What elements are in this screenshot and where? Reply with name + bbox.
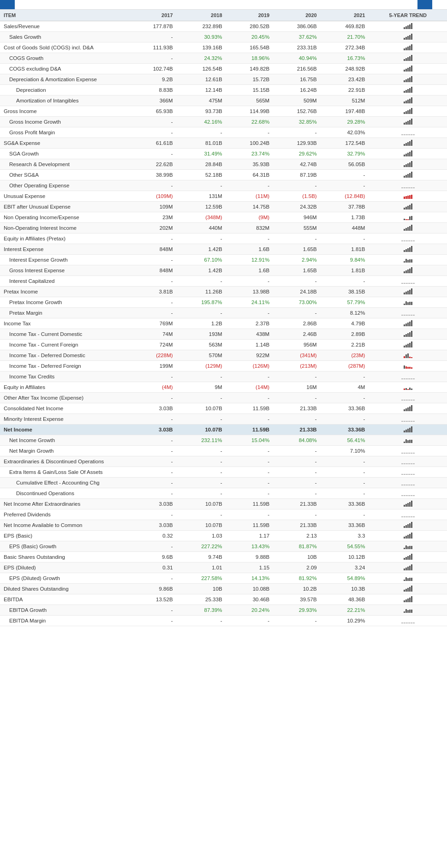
row-value: -	[321, 371, 369, 382]
row-value: 1.42B	[177, 265, 226, 276]
row-value: 232.11%	[177, 435, 226, 446]
row-value: 20.24%	[226, 605, 274, 616]
table-row: Extra Items & Gain/Loss Sale Of Assets--…	[0, 467, 447, 478]
row-value: 31.49%	[177, 149, 226, 159]
row-value: (23M)	[321, 350, 369, 361]
row-value: 23.42B	[321, 74, 369, 85]
row-value: -	[226, 233, 274, 244]
row-value: 956M	[273, 340, 321, 350]
tab-balance-sheet[interactable]	[15, 0, 30, 9]
table-row: Interest Expense848M1.42B1.6B1.65B1.81B	[0, 244, 447, 255]
table-row: Income Tax - Deferred Domestic(228M)570M…	[0, 350, 447, 361]
table-row: Other After Tax Income (Expense)-----	[0, 393, 447, 403]
row-value: 11.59B	[226, 403, 274, 414]
trend-chart	[404, 33, 412, 40]
table-row: Gross Profit Margin----42.03%	[0, 127, 447, 138]
row-value: 40.94%	[273, 53, 321, 64]
row-value: -	[226, 456, 274, 467]
row-value: -	[129, 541, 177, 552]
table-row: Sales/Revenue177.87B232.89B280.52B386.06…	[0, 21, 447, 32]
row-label: Gross Interest Expense	[0, 265, 129, 276]
row-value: 33.36B	[321, 425, 369, 435]
table-row: Net Income Growth-232.11%15.04%84.08%56.…	[0, 435, 447, 446]
row-label: Depreciation & Amortization Expense	[0, 74, 129, 85]
row-value: 21.33B	[273, 425, 321, 435]
table-row: EBIT after Unusual Expense109M12.59B14.7…	[0, 202, 447, 212]
trend-cell	[369, 616, 447, 626]
row-value: 2.13	[273, 531, 321, 541]
row-value: 199M	[129, 361, 177, 371]
row-value: -	[273, 478, 321, 488]
row-value: -	[226, 308, 274, 318]
row-value: 11.59B	[226, 425, 274, 435]
tab-income-statement[interactable]	[0, 0, 15, 9]
tab-sec-filings[interactable]	[44, 0, 59, 9]
trend-chart	[401, 479, 415, 485]
row-value: -	[321, 488, 369, 499]
row-value: 21.33B	[273, 403, 321, 414]
trend-cell	[369, 318, 447, 329]
trend-chart	[401, 617, 415, 623]
row-label: Other After Tax Income (Expense)	[0, 393, 129, 403]
trend-cell	[369, 42, 447, 53]
col-2017: 2017	[129, 10, 177, 21]
trend-chart	[401, 468, 415, 475]
tab-annual[interactable]	[417, 0, 432, 9]
row-value: (287M)	[321, 361, 369, 371]
row-label: Income Tax - Deferred Foreign	[0, 361, 129, 371]
trend-cell	[369, 21, 447, 32]
row-value: 216.56B	[273, 64, 321, 74]
trend-chart	[401, 182, 415, 188]
row-value: 64.31B	[226, 170, 274, 180]
trend-cell	[369, 584, 447, 594]
table-row: EPS (Basic) Growth-227.22%13.43%81.87%54…	[0, 541, 447, 552]
row-label: Cost of Goods Sold (COGS) incl. D&A	[0, 42, 129, 53]
table-row: Gross Income65.93B93.73B114.99B152.76B19…	[0, 106, 447, 117]
row-value: -	[177, 371, 226, 382]
row-value: 33.36B	[321, 520, 369, 531]
row-value: -	[129, 393, 177, 403]
row-label: Interest Expense Growth	[0, 255, 129, 265]
trend-chart	[401, 235, 415, 241]
row-value: 29.93%	[273, 605, 321, 616]
trend-chart	[404, 320, 412, 326]
row-value: -	[129, 456, 177, 467]
row-value: 3.03B	[129, 425, 177, 435]
row-value: -	[321, 414, 369, 425]
row-label: Net Income	[0, 425, 129, 435]
row-label: Unusual Expense	[0, 191, 129, 202]
tab-quarterly[interactable]	[432, 0, 447, 9]
row-value: 440M	[177, 223, 226, 233]
row-value: 12.91%	[226, 255, 274, 265]
row-label: EPS (Diluted) Growth	[0, 573, 129, 584]
row-value: 202M	[129, 223, 177, 233]
trend-chart	[404, 330, 412, 337]
row-value: -	[273, 414, 321, 425]
row-label: Consolidated Net Income	[0, 403, 129, 414]
tab-cash-flow[interactable]	[30, 0, 44, 9]
trend-chart	[404, 521, 412, 528]
row-value: -	[321, 170, 369, 180]
row-value: 18.96%	[226, 53, 274, 64]
row-value: 469.82B	[321, 21, 369, 32]
trend-cell	[369, 74, 447, 85]
row-value: (109M)	[129, 191, 177, 202]
row-value: 366M	[129, 96, 177, 106]
trend-chart	[404, 171, 412, 178]
trend-chart	[401, 373, 415, 379]
row-label: Net Income Available to Common	[0, 520, 129, 531]
table-row: Pretax Margin----8.12%	[0, 308, 447, 318]
row-label: SG&A Expense	[0, 138, 129, 149]
table-row: Other SG&A38.99B52.18B64.31B87.19B-	[0, 170, 447, 180]
table-row: Other Operating Expense-----	[0, 180, 447, 191]
trend-chart	[404, 65, 412, 72]
trend-cell	[369, 297, 447, 308]
table-row: Income Tax - Deferred Foreign199M(129M)(…	[0, 361, 447, 371]
row-value: 149.82B	[226, 64, 274, 74]
trend-cell	[369, 233, 447, 244]
row-value: 61.61B	[129, 138, 177, 149]
row-label: Depreciation	[0, 85, 129, 96]
row-value: 10B	[273, 552, 321, 563]
trend-chart	[404, 139, 412, 146]
table-header: ITEM 2017 2018 2019 2020 2021 5-YEAR TRE…	[0, 10, 447, 21]
